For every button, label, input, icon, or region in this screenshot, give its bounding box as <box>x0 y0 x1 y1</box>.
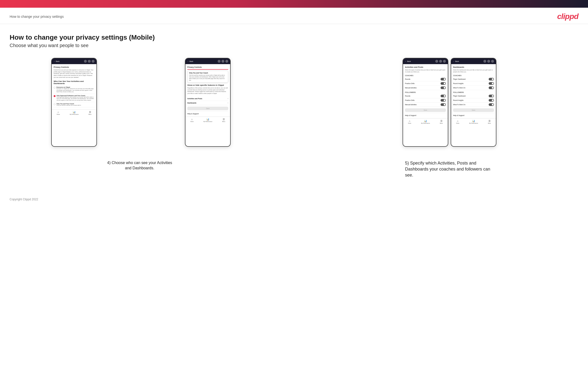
settings-icon-2[interactable] <box>225 60 228 63</box>
bottom-performance-3[interactable]: 📊 My Performance <box>421 120 430 124</box>
coaches-manual-toggle[interactable] <box>441 86 446 89</box>
bottom-performance-4[interactable]: 📊 My Performance <box>469 120 478 124</box>
dashboards-desc-4: Select the dashboards that you'd like to… <box>453 69 494 73</box>
save-btn-4[interactable]: Save <box>453 108 494 112</box>
settings-icon[interactable] <box>92 60 95 63</box>
coaches-rounds-toggle[interactable] <box>441 78 446 80</box>
search-icon-2[interactable] <box>218 60 221 63</box>
back-button-1[interactable]: ← Back <box>54 60 60 62</box>
save-btn-3[interactable]: Save <box>405 108 446 112</box>
bottom-performance-2[interactable]: 📊 My Performance <box>203 118 212 122</box>
phone-nav-2: ← Back <box>185 58 230 64</box>
coaches-round-insights-toggle[interactable] <box>489 82 494 85</box>
privacy-controls-desc: Control how you and your data appears to… <box>54 69 95 78</box>
bottom-nav-1: ⌂ Home 📊 My Performance ☰ Menu <box>52 109 96 116</box>
radio-desc-only-you: Only you and the coaches you connect wit… <box>57 104 81 106</box>
privacy-controls-tab: Privacy Controls <box>187 66 228 70</box>
coaches-manual-label: Manual Activities <box>405 87 416 89</box>
profile-icon[interactable] <box>88 60 91 63</box>
nav-icons-2 <box>218 60 228 63</box>
followers-player-dashboard-toggle[interactable] <box>489 95 494 97</box>
coaches-drills-toggle[interactable] <box>441 82 446 85</box>
coaches-player-dashboard-row: Player Dashboard <box>453 77 494 81</box>
coaches-player-dashboard-label: Player Dashboard <box>453 78 466 80</box>
top-bar <box>0 0 588 8</box>
bottom-menu-2[interactable]: ☰ Menu <box>222 118 225 122</box>
radio-content-everyone: Everyone on Clippd Everyone on Clippd ca… <box>57 86 95 93</box>
settings-icon-3[interactable] <box>443 60 446 63</box>
search-icon-3[interactable] <box>435 60 438 63</box>
nav-icons-1 <box>84 60 95 63</box>
radio-approved[interactable]: Only Approved Followers and Your Coach O… <box>54 94 95 102</box>
coaches-manual-row: Manual Activities <box>405 86 446 90</box>
coaches-what-to-work-toggle[interactable] <box>489 86 494 89</box>
activities-posts-title: Activities and Posts <box>405 66 446 68</box>
coaches-label-4: COACHES <box>453 75 494 76</box>
bottom-home-2[interactable]: ⌂ Home <box>190 118 194 122</box>
back-button-4[interactable]: ← Back <box>453 60 459 62</box>
phone-nav-4: ← Back <box>451 58 496 64</box>
coaches-drills-label: Practice Drills <box>405 83 415 84</box>
radio-circle-everyone <box>54 87 56 89</box>
phone-screen-2: ← Back Privacy Controls Only You and You… <box>185 58 231 147</box>
followers-rounds-row: Rounds <box>405 94 446 98</box>
radio-everyone[interactable]: Everyone on Clippd Everyone on Clippd ca… <box>54 85 95 94</box>
coaches-label-3: COACHES <box>405 75 446 76</box>
bottom-menu-4[interactable]: ☰ Menu <box>488 120 491 124</box>
followers-round-insights-toggle[interactable] <box>489 99 494 102</box>
bottom-home-4[interactable]: ⌂ Home <box>456 120 459 124</box>
followers-what-to-work-label: What To Work On <box>453 104 465 105</box>
activities-posts-desc: Select the types of activity that you'd … <box>405 69 446 73</box>
coaches-what-to-work-row: What To Work On <box>453 86 494 90</box>
caption-4: 5) Specify which Activities, Posts and D… <box>405 160 492 178</box>
search-icon-4[interactable] <box>483 60 486 63</box>
save-btn-2[interactable]: Save <box>187 107 228 110</box>
phone-group-4: ← Back Dashboards Select the dashboards … <box>451 58 496 147</box>
followers-manual-label: Manual Activities <box>405 104 416 105</box>
bottom-home-label-2: Home <box>190 121 194 122</box>
bottom-menu-label-4: Menu <box>488 123 491 124</box>
back-button-2[interactable]: ← Back <box>187 60 193 62</box>
bottom-nav-4: ⌂ Home 📊 My Performance ☰ Menu <box>451 118 496 125</box>
settings-icon-4[interactable] <box>491 60 494 63</box>
followers-label-3: FOLLOWERS <box>405 92 446 93</box>
bottom-performance-1[interactable]: 📊 My Performance <box>70 111 79 115</box>
bottom-menu-3[interactable]: ☰ Menu <box>440 120 443 124</box>
caption-3: 4) Choose who can see your Activities an… <box>106 160 173 178</box>
popup-desc: Only you and the coaches you connect wit… <box>189 75 226 81</box>
coaches-player-dashboard-toggle[interactable] <box>489 78 494 80</box>
profile-icon-4[interactable] <box>487 60 490 63</box>
dashboards-title-4: Dashboards <box>453 66 494 68</box>
profile-icon-2[interactable] <box>222 60 224 63</box>
popup-card: Only You and Your Coach Only you and the… <box>187 71 228 83</box>
followers-rounds-label: Rounds <box>405 95 410 97</box>
bottom-home-label-3: Home <box>408 123 411 124</box>
bottom-menu-1[interactable]: ☰ Menu <box>88 111 92 115</box>
followers-round-insights-label: Round Insights <box>453 100 463 101</box>
followers-player-dashboard-row: Player Dashboard <box>453 94 494 98</box>
dashboards-row[interactable]: Dashboards › <box>187 101 228 105</box>
radio-only-you[interactable]: Only You and Your Coach Only you and the… <box>54 102 95 107</box>
followers-round-insights-row: Round Insights <box>453 98 494 103</box>
activities-posts-row[interactable]: Activities and Posts › <box>187 97 228 101</box>
bottom-performance-label-3: My Performance <box>421 123 430 124</box>
phone-group-1: ← Back Privacy Controls Control how you … <box>10 58 138 147</box>
bottom-home-label-1: Home <box>57 114 60 115</box>
radio-desc-everyone: Everyone on Clippd can search for you an… <box>57 88 95 93</box>
followers-manual-toggle[interactable] <box>441 103 446 106</box>
back-button-3[interactable]: ← Back <box>405 60 411 62</box>
help-support-3: Help & Support <box>405 113 446 116</box>
bottom-home-1[interactable]: ⌂ Home <box>57 111 60 115</box>
search-icon[interactable] <box>84 60 87 63</box>
followers-what-to-work-toggle[interactable] <box>489 103 494 106</box>
captions-row: 4) Choose who can see your Activities an… <box>10 155 578 178</box>
followers-drills-toggle[interactable] <box>441 99 446 102</box>
phone-body-1: Privacy Controls Control how you and you… <box>52 64 96 109</box>
arrow-right-2: › <box>227 102 228 104</box>
followers-rounds-toggle[interactable] <box>441 95 446 97</box>
privacy-controls-title: Privacy Controls <box>54 66 95 68</box>
bottom-nav-3: ⌂ Home 📊 My Performance ☰ Menu <box>403 118 448 125</box>
profile-icon-3[interactable] <box>439 60 442 63</box>
bottom-home-3[interactable]: ⌂ Home <box>408 120 411 124</box>
show-hide-desc: Regardless of the privacy controls that … <box>187 87 228 95</box>
